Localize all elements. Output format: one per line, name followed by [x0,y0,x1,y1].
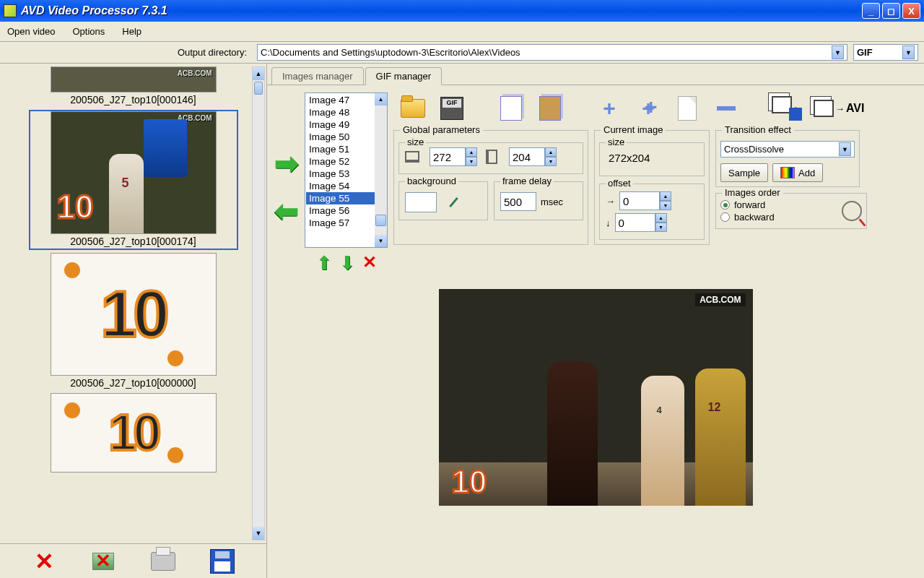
move-down-icon[interactable]: ⬇ [339,252,355,275]
height-input[interactable] [509,147,545,166]
backward-label: backward [734,212,775,223]
scrollbar[interactable]: ▲ ▼ [252,66,265,540]
titlebar: AVD Video Processor 7.3.1 _ ◻ X [0,0,924,22]
tabs: Images manager GIF manager [267,64,924,85]
offset-x-input[interactable] [619,191,660,210]
copy-icon[interactable] [497,95,525,122]
tab-images-manager[interactable]: Images manager [271,67,364,85]
sample-button[interactable]: Sample [720,163,768,182]
height-spinner[interactable]: ▲▼ [509,147,557,166]
output-directory-combo[interactable]: C:\Documents and Settings\uptodown-3\Esc… [257,44,847,61]
thumbnail-item-selected[interactable]: ACB.COM10 200506_J27_top10[000174] [29,110,238,250]
size-label: size [405,137,426,147]
menu-open-video[interactable]: Open video [7,26,56,37]
arrow-left-icon[interactable]: ➡ [274,194,299,228]
thumbnail-caption: 200506_J27_top10[000000] [29,376,238,390]
remove-frame-icon[interactable] [712,95,740,122]
eyedropper-icon[interactable] [447,195,461,210]
width-spinner[interactable]: ▲▼ [430,147,477,166]
avi-label: AVI [846,102,864,115]
save-button[interactable] [206,546,238,577]
group-label: Global parameters [400,124,483,135]
paste-icon[interactable] [536,95,564,122]
transition-value: CrossDissolve [724,144,784,155]
frame-delay-input[interactable] [500,192,536,211]
chevron-down-icon[interactable]: ▼ [839,142,851,156]
print-button[interactable] [147,546,179,577]
chevron-down-icon[interactable]: ▼ [902,46,915,59]
global-parameters-group: Global parameters size ▲▼ ▲▼ [393,130,588,245]
scroll-down-icon[interactable]: ▼ [375,235,387,247]
app-icon [4,4,17,17]
thumbnail-item[interactable]: 10 [29,393,238,473]
width-icon [405,151,419,163]
menubar: Open video Options Help [0,22,924,42]
magnify-icon[interactable] [842,201,862,221]
scroll-thumb[interactable] [375,215,386,226]
add-frame-icon[interactable]: + [596,95,623,122]
frame-delay-label: frame delay [500,176,554,186]
list-scrollbar[interactable]: ▲ ▼ [375,93,387,247]
image-listbox[interactable]: Image 47Image 48Image 49Image 50Image 51… [305,92,388,248]
add-multiple-icon[interactable]: + [635,95,662,122]
output-format-combo[interactable]: GIF ▼ [853,44,918,61]
right-pane: Images manager GIF manager ➡ ➡ Image 47I… [267,64,924,578]
offset-x-spinner[interactable]: ▲▼ [619,191,671,210]
transition-combo[interactable]: CrossDissolve ▼ [720,141,855,158]
watermark-label: ACB.COM [695,293,745,306]
new-icon[interactable] [674,95,701,122]
minimize-button[interactable]: _ [862,3,880,19]
offset-x-icon: → [606,196,615,207]
scroll-up-icon[interactable]: ▲ [253,67,264,80]
save-gif-icon[interactable] [438,95,466,122]
close-button[interactable]: X [902,3,920,19]
arrow-right-icon[interactable]: ➡ [274,147,299,180]
delete-image-button[interactable]: ✕ [87,546,119,577]
thumbnail-pane: ACB.COM 200506_J27_top10[000146] ACB.COM… [0,64,267,578]
scroll-up-icon[interactable]: ▲ [375,93,387,105]
offset-y-input[interactable] [615,213,655,232]
maximize-button[interactable]: ◻ [882,3,900,19]
offset-y-icon: ↓ [606,217,611,228]
export-avi-icon[interactable]: →AVI [814,95,864,122]
scroll-thumb[interactable] [254,82,263,95]
tab-gif-manager[interactable]: GIF manager [365,67,443,85]
image-list-panel: Image 47Image 48Image 49Image 50Image 51… [305,92,388,275]
offset-label: offset [606,178,633,189]
open-folder-icon[interactable] [399,95,427,122]
move-up-icon[interactable]: ⬆ [316,252,332,275]
width-input[interactable] [430,147,466,166]
preview-area: 10 ACB.COM [274,280,917,571]
current-image-group: Current image size 272x204 offset → ▲▼ [594,130,710,245]
add-transition-button[interactable]: Add [772,163,823,182]
menu-help[interactable]: Help [122,26,141,37]
output-format: GIF [857,47,873,58]
height-icon [486,150,497,164]
thumbnail-caption: 200506_J27_top10[000174] [30,234,237,249]
group-label: Images order [722,187,783,198]
order-backward-radio[interactable]: backward [720,212,834,223]
save-all-icon[interactable]: → [772,96,802,121]
delete-button[interactable]: ✕ [28,546,60,577]
left-toolbar: ✕ ✕ [0,543,266,578]
chevron-down-icon[interactable]: ▼ [832,46,844,59]
thumbnail-item[interactable]: ACB.COM 200506_J27_top10[000146] [29,66,238,107]
scroll-down-icon[interactable]: ▼ [253,527,264,540]
remove-icon[interactable]: ✕ [362,252,377,275]
nav-arrows: ➡ ➡ [274,92,299,275]
menu-options[interactable]: Options [73,26,105,37]
output-row: Output directory: C:\Documents and Setti… [0,42,924,64]
preview-image: 10 ACB.COM [439,289,753,506]
background-swatch[interactable] [405,192,437,212]
forward-label: forward [734,199,765,210]
thumbnail-item[interactable]: 10 200506_J27_top10[000000] [29,253,238,390]
group-label: Current image [601,124,666,135]
order-forward-radio[interactable]: forward [720,199,834,210]
gif-toolbar: + + → →AVI [393,92,917,124]
output-path: C:\Documents and Settings\uptodown-3\Esc… [261,47,520,58]
rainbow-icon [780,167,795,178]
msec-label: msec [541,197,563,207]
window-title: AVD Video Processor 7.3.1 [21,4,862,17]
offset-y-spinner[interactable]: ▲▼ [615,213,667,232]
group-label: Transition effect [722,124,794,135]
